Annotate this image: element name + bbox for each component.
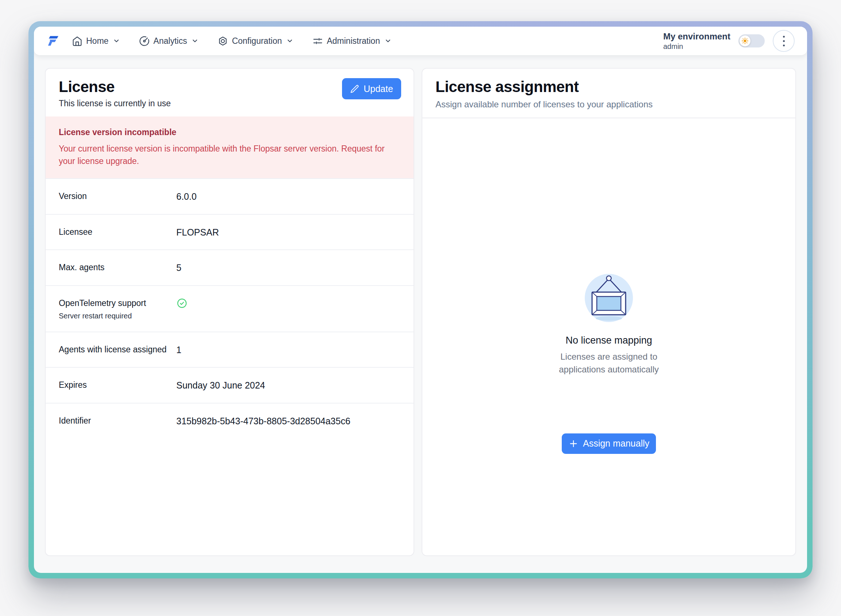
sun-icon <box>741 37 749 45</box>
empty-state: No license mapping Licenses are assigned… <box>422 118 796 555</box>
row-value: Sunday 30 June 2024 <box>176 379 265 392</box>
license-version-alert: License version incompatible Your curren… <box>45 116 413 178</box>
sliders-icon <box>312 36 323 46</box>
chevron-down-icon <box>286 37 293 44</box>
theme-toggle-knob <box>740 35 750 46</box>
picture-frame-illustration <box>583 270 635 326</box>
table-row-agents-assigned: Agents with license assigned 1 <box>45 331 413 367</box>
cards-row: License This license is currently in use… <box>45 68 796 556</box>
alert-message: Your current license version is incompat… <box>59 142 399 167</box>
row-label: Licensee <box>59 226 169 238</box>
environment-block: My environment admin <box>663 31 730 51</box>
table-row-licensee: Licensee FLOPSAR <box>45 214 413 250</box>
table-row-opentelemetry: OpenTelemetry support Server restart req… <box>45 285 413 331</box>
license-card-header: License This license is currently in use… <box>45 69 413 116</box>
assignment-card-header: License assignment Assign available numb… <box>422 69 796 118</box>
theme-toggle[interactable] <box>738 34 765 47</box>
table-row-identifier: Identifier 315b982b-5b43-473b-8805-3d285… <box>45 403 413 439</box>
row-label: Agents with license assigned <box>59 343 169 355</box>
kebab-dot <box>783 44 785 46</box>
home-icon <box>72 36 82 46</box>
chevron-down-icon <box>191 37 199 44</box>
license-card: License This license is currently in use… <box>45 68 414 556</box>
empty-state-title: No license mapping <box>566 335 652 346</box>
row-label: Expires <box>59 379 169 391</box>
row-value: FLOPSAR <box>176 226 219 238</box>
row-value: 6.0.0 <box>176 190 197 202</box>
license-assignment-card: License assignment Assign available numb… <box>422 68 796 556</box>
nav-item-administration[interactable]: Administration <box>312 36 392 46</box>
page-content: License This license is currently in use… <box>34 55 807 573</box>
nav-label-configuration: Configuration <box>232 36 282 46</box>
row-label: OpenTelemetry support <box>59 297 169 309</box>
plus-icon <box>568 439 579 449</box>
navbar-right-cluster: My environment admin <box>663 30 795 52</box>
table-row-version: Version 6.0.0 <box>45 178 413 214</box>
row-value: 315b982b-5b43-473b-8805-3d28504a35c6 <box>176 415 350 427</box>
table-row-expires: Expires Sunday 30 June 2024 <box>45 367 413 403</box>
nav-item-home[interactable]: Home <box>72 36 120 46</box>
kebab-dot <box>783 36 785 38</box>
more-options-button[interactable] <box>773 30 795 52</box>
kebab-dot <box>783 40 785 42</box>
nav-label-home: Home <box>86 36 108 46</box>
row-sublabel: Server restart required <box>59 312 169 320</box>
assign-manually-button[interactable]: Assign manually <box>562 433 656 454</box>
row-value <box>176 297 188 320</box>
row-label: Max. agents <box>59 261 169 273</box>
table-row-max-agents: Max. agents 5 <box>45 249 413 285</box>
nav-item-configuration[interactable]: Configuration <box>218 36 293 46</box>
top-navbar: Home Analytics Configuration <box>34 26 807 55</box>
app-window: Home Analytics Configuration <box>28 21 813 578</box>
check-circle-icon <box>176 298 188 309</box>
row-value: 1 <box>176 343 182 356</box>
nav-label-analytics: Analytics <box>153 36 187 46</box>
row-label: Identifier <box>59 415 169 427</box>
update-license-button[interactable]: Update <box>342 78 401 99</box>
row-value: 5 <box>176 261 182 274</box>
pencil-icon <box>350 84 359 94</box>
chevron-down-icon <box>113 37 120 44</box>
assignment-title: License assignment <box>435 78 782 96</box>
empty-state-message: Licenses are assigned to applications au… <box>552 351 667 376</box>
environment-name: My environment <box>663 31 730 42</box>
row-label: Version <box>59 190 169 202</box>
update-button-label: Update <box>363 84 393 94</box>
app-surface: Home Analytics Configuration <box>34 26 807 573</box>
assign-button-label: Assign manually <box>583 438 649 449</box>
flopsar-logo-icon <box>46 34 60 47</box>
nav-label-administration: Administration <box>327 36 380 46</box>
nut-icon <box>218 36 228 46</box>
license-subtitle: This license is currently in use <box>59 98 400 109</box>
alert-title: License version incompatible <box>59 128 399 137</box>
gauge-icon <box>139 36 149 46</box>
nav-item-analytics[interactable]: Analytics <box>139 36 199 46</box>
assignment-subtitle: Assign available number of licenses to y… <box>435 99 782 110</box>
chevron-down-icon <box>384 37 392 44</box>
environment-user: admin <box>663 42 730 51</box>
